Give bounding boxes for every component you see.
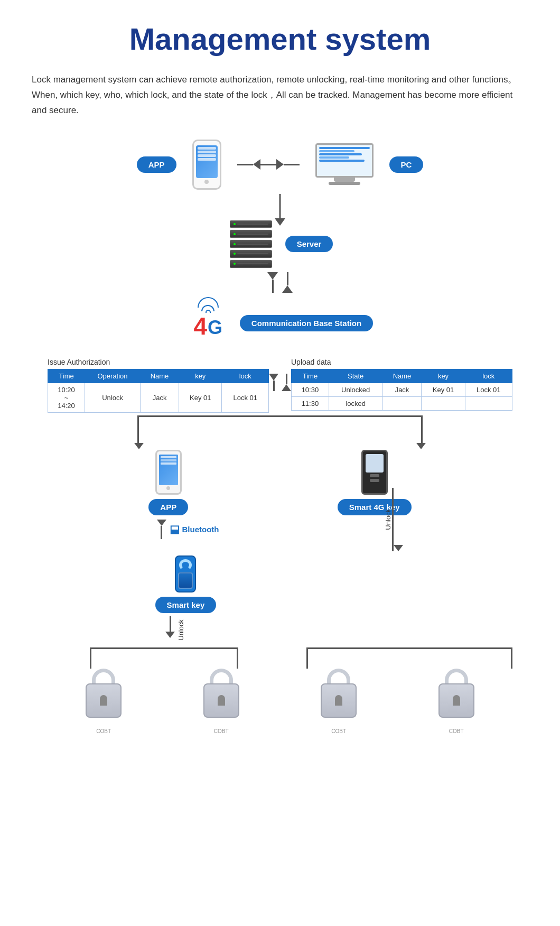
issue-table-title: Issue Authorization xyxy=(48,358,269,366)
issue-table: Time Operation Name key lock 10:20~14:20… xyxy=(48,369,269,413)
comm-base-badge: Communication Base Station xyxy=(240,315,373,331)
left-unlock-label: Unlock xyxy=(177,619,185,641)
table-row: 10:30 Unlocked Jack Key 01 Lock 01 xyxy=(292,383,512,396)
ble-key-icon xyxy=(175,555,196,592)
upload-col-name: Name xyxy=(382,369,422,383)
monitor-icon xyxy=(315,143,374,186)
lock-4: COBT xyxy=(435,669,478,734)
server-badge: Server xyxy=(285,236,333,252)
upload-col-key: key xyxy=(422,369,465,383)
description: Lock management system can achieve remot… xyxy=(32,72,528,118)
upload-data-section: Upload data Time State Name key lock 10:… xyxy=(291,358,512,411)
upload-col-time: Time xyxy=(292,369,329,383)
page-title: Management system xyxy=(32,21,528,57)
smart-4g-key-icon xyxy=(361,450,388,495)
upload-col-state: State xyxy=(329,369,382,383)
upload-col-lock: lock xyxy=(465,369,512,383)
lock-1: COBT xyxy=(82,669,125,734)
upload-table: Time State Name key lock 10:30 Unlocked … xyxy=(291,369,512,411)
phone-icon xyxy=(192,140,221,190)
issue-col-op: Operation xyxy=(85,369,141,383)
table-row: 11:30 locked xyxy=(292,396,512,410)
system-diagram: APP xyxy=(32,140,528,734)
bluetooth-label: ⬓ Bluetooth xyxy=(170,523,219,535)
app-badge: APP xyxy=(137,156,176,173)
lock-2: COBT xyxy=(200,669,242,734)
issue-col-key: key xyxy=(179,369,222,383)
server-icon xyxy=(227,220,275,268)
issue-col-time: Time xyxy=(48,369,85,383)
issue-auth-section: Issue Authorization Time Operation Name … xyxy=(48,358,269,413)
pc-badge: PC xyxy=(389,156,424,173)
app-phone-icon xyxy=(155,450,182,495)
lock-3: COBT xyxy=(318,669,360,734)
smart-key-ble-badge: Smart key xyxy=(155,597,217,613)
table-row: 10:20~14:20 Unlock Jack Key 01 Lock 01 xyxy=(48,383,269,412)
issue-col-lock: lock xyxy=(222,369,269,383)
upload-table-title: Upload data xyxy=(291,358,512,366)
issue-col-name: Name xyxy=(140,369,179,383)
app-bottom-badge: APP xyxy=(148,499,188,515)
right-unlock-label: Unlock xyxy=(384,509,392,530)
